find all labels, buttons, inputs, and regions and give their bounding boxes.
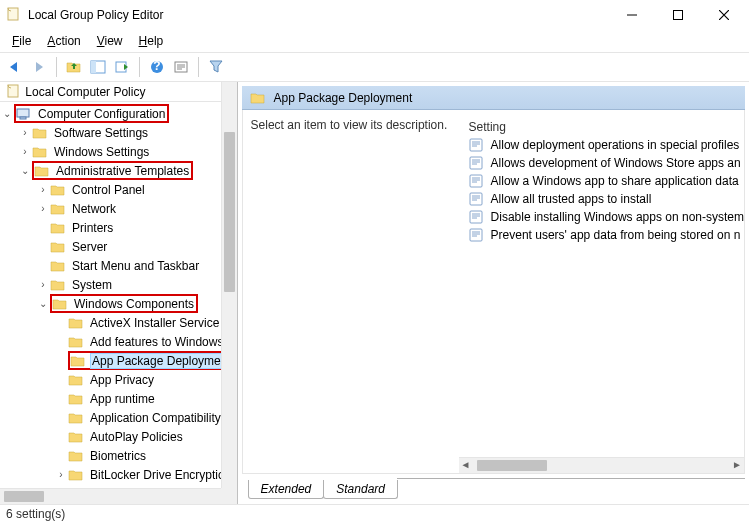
tree-node-windows-components[interactable]: ⌄Windows Components bbox=[0, 294, 237, 313]
workspace: Local Computer Policy ⌄ Computer Configu… bbox=[0, 82, 749, 504]
expand-collapse-icon[interactable]: ⌄ bbox=[0, 108, 14, 119]
expand-collapse-icon[interactable]: ⌄ bbox=[18, 165, 32, 176]
toolbar: ? bbox=[0, 52, 749, 82]
tree-node-server[interactable]: Server bbox=[0, 237, 237, 256]
tree-node-app-compat[interactable]: Application Compatibility bbox=[0, 408, 237, 427]
tree-node-start-menu[interactable]: Start Menu and Taskbar bbox=[0, 256, 237, 275]
description-column: Select an item to view its description. bbox=[251, 118, 459, 473]
tree-node-autoplay[interactable]: AutoPlay Policies bbox=[0, 427, 237, 446]
tree-node-network[interactable]: ›Network bbox=[0, 199, 237, 218]
tree-horizontal-scrollbar[interactable] bbox=[0, 488, 221, 504]
settings-list: Setting Allow deployment operations in s… bbox=[465, 118, 744, 473]
menu-view[interactable]: View bbox=[91, 32, 129, 50]
setting-row[interactable]: Allow deployment operations in special p… bbox=[465, 136, 744, 154]
scrollbar-thumb[interactable] bbox=[4, 491, 44, 502]
expand-collapse-icon[interactable]: › bbox=[36, 279, 50, 290]
scrollbar-thumb[interactable] bbox=[224, 132, 235, 292]
policy-icon bbox=[469, 138, 485, 152]
details-pane: App Package Deployment Select an item to… bbox=[238, 82, 749, 504]
tree-pane: Local Computer Policy ⌄ Computer Configu… bbox=[0, 82, 238, 504]
setting-row[interactable]: Disable installing Windows apps on non-s… bbox=[465, 208, 744, 226]
scrollbar-thumb[interactable] bbox=[477, 460, 547, 471]
tree-root-label[interactable]: Local Computer Policy bbox=[0, 82, 237, 102]
tree-vertical-scrollbar[interactable] bbox=[221, 82, 237, 488]
tree-node-app-runtime[interactable]: App runtime bbox=[0, 389, 237, 408]
tab-extended[interactable]: Extended bbox=[248, 480, 325, 499]
tree-node-add-features[interactable]: Add features to Windows 1 bbox=[0, 332, 237, 351]
tree-node-computer-configuration[interactable]: ⌄ Computer Configuration bbox=[0, 104, 237, 123]
menubar: File Action View Help bbox=[0, 30, 749, 52]
policy-icon bbox=[469, 228, 485, 242]
window-title: Local Group Policy Editor bbox=[28, 8, 609, 22]
expand-collapse-icon[interactable]: › bbox=[18, 127, 32, 138]
setting-row[interactable]: Allow all trusted apps to install bbox=[465, 190, 744, 208]
tree-node-activex[interactable]: ActiveX Installer Service bbox=[0, 313, 237, 332]
maximize-button[interactable] bbox=[655, 0, 701, 30]
menu-file[interactable]: File bbox=[6, 32, 37, 50]
tree-node-admin-templates[interactable]: ⌄Administrative Templates bbox=[0, 161, 237, 180]
export-button[interactable] bbox=[111, 56, 133, 78]
svg-rect-4 bbox=[674, 11, 683, 20]
tree-node-bitlocker[interactable]: ›BitLocker Drive Encryption bbox=[0, 465, 237, 484]
list-horizontal-scrollbar[interactable] bbox=[459, 457, 744, 473]
tree-view[interactable]: ⌄ Computer Configuration ›Software Setti… bbox=[0, 102, 237, 504]
tree-node-printers[interactable]: Printers bbox=[0, 218, 237, 237]
description-placeholder: Select an item to view its description. bbox=[251, 118, 448, 132]
show-hide-tree-button[interactable] bbox=[87, 56, 109, 78]
tree-node-control-panel[interactable]: ›Control Panel bbox=[0, 180, 237, 199]
back-button[interactable] bbox=[4, 56, 26, 78]
tree-node-biometrics[interactable]: Biometrics bbox=[0, 446, 237, 465]
expand-collapse-icon[interactable]: › bbox=[54, 469, 68, 480]
policy-icon bbox=[469, 192, 485, 206]
expand-collapse-icon[interactable]: ⌄ bbox=[36, 298, 50, 309]
tree-node-system[interactable]: ›System bbox=[0, 275, 237, 294]
minimize-button[interactable] bbox=[609, 0, 655, 30]
titlebar: Local Group Policy Editor bbox=[0, 0, 749, 30]
tree-node-software-settings[interactable]: ›Software Settings bbox=[0, 123, 237, 142]
expand-collapse-icon[interactable]: › bbox=[36, 203, 50, 214]
forward-button[interactable] bbox=[28, 56, 50, 78]
policy-icon bbox=[469, 210, 485, 224]
statusbar: 6 setting(s) bbox=[0, 504, 749, 522]
tree-node-app-privacy[interactable]: App Privacy bbox=[0, 370, 237, 389]
details-tabs: Extended Standard bbox=[242, 478, 745, 500]
column-header-setting[interactable]: Setting bbox=[465, 118, 744, 136]
menu-action[interactable]: Action bbox=[41, 32, 86, 50]
status-text: 6 setting(s) bbox=[6, 507, 65, 521]
svg-text:?: ? bbox=[153, 60, 160, 73]
expand-collapse-icon[interactable]: › bbox=[36, 184, 50, 195]
details-title: App Package Deployment bbox=[274, 91, 413, 105]
expand-collapse-icon[interactable]: › bbox=[18, 146, 32, 157]
menu-help[interactable]: Help bbox=[133, 32, 170, 50]
tree-node-windows-settings[interactable]: ›Windows Settings bbox=[0, 142, 237, 161]
details-header: App Package Deployment bbox=[242, 86, 745, 110]
setting-row[interactable]: Allow a Windows app to share application… bbox=[465, 172, 744, 190]
help-button[interactable]: ? bbox=[146, 56, 168, 78]
app-icon bbox=[6, 7, 22, 23]
filter-button[interactable] bbox=[205, 56, 227, 78]
setting-row[interactable]: Prevent users' app data from being store… bbox=[465, 226, 744, 244]
up-button[interactable] bbox=[63, 56, 85, 78]
tree-node-app-package-deployment[interactable]: App Package Deployment bbox=[0, 351, 237, 370]
folder-icon bbox=[250, 91, 266, 105]
policy-icon bbox=[469, 174, 485, 188]
properties-button[interactable] bbox=[170, 56, 192, 78]
close-button[interactable] bbox=[701, 0, 747, 30]
setting-row[interactable]: Allows development of Windows Store apps… bbox=[465, 154, 744, 172]
tab-standard[interactable]: Standard bbox=[323, 480, 398, 499]
svg-rect-6 bbox=[91, 61, 96, 73]
policy-icon bbox=[469, 156, 485, 170]
